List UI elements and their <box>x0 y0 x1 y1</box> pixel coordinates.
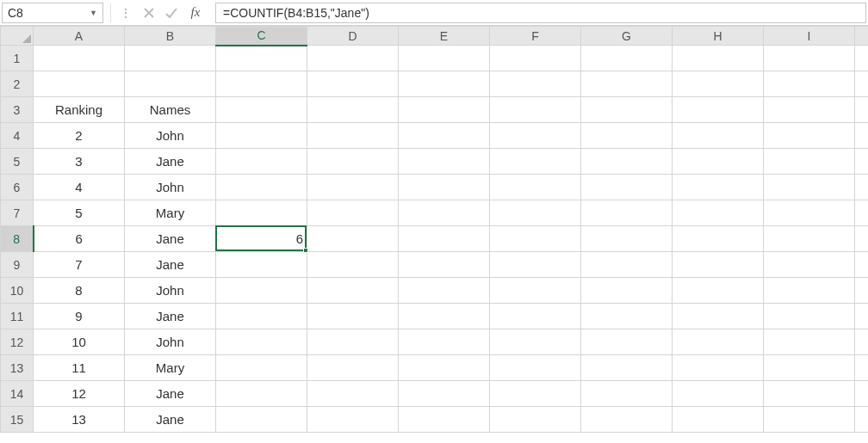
col-header-D[interactable]: D <box>307 27 399 46</box>
row-header[interactable]: 14 <box>1 381 34 407</box>
cell[interactable] <box>581 71 673 97</box>
cell[interactable] <box>855 407 869 433</box>
cell[interactable] <box>307 304 399 329</box>
cell[interactable] <box>764 381 855 407</box>
cell[interactable] <box>307 46 399 71</box>
cell[interactable] <box>307 149 399 175</box>
cell[interactable] <box>399 97 490 123</box>
cell[interactable] <box>764 329 855 355</box>
cell[interactable] <box>764 123 855 149</box>
cell[interactable] <box>855 71 869 97</box>
cell[interactable] <box>581 149 673 175</box>
cell[interactable]: 10 <box>34 329 125 355</box>
name-box[interactable]: C8 ▼ <box>2 3 103 23</box>
cell[interactable] <box>307 97 399 123</box>
col-header-E[interactable]: E <box>399 27 490 46</box>
cell[interactable] <box>216 381 307 407</box>
col-header-B[interactable]: B <box>125 27 216 46</box>
cell[interactable]: 3 <box>34 149 125 175</box>
col-header-A[interactable]: A <box>34 27 125 46</box>
row-header[interactable]: 1 <box>1 46 34 71</box>
cell[interactable] <box>581 329 673 355</box>
cell[interactable] <box>855 355 869 381</box>
cell[interactable] <box>307 200 399 226</box>
cell[interactable] <box>855 149 869 175</box>
cell[interactable] <box>399 175 490 200</box>
cell[interactable] <box>855 226 869 252</box>
cell[interactable] <box>216 175 307 200</box>
cell[interactable]: Ranking <box>34 97 125 123</box>
cell[interactable] <box>673 123 764 149</box>
row-header[interactable]: 15 <box>1 407 34 433</box>
enter-button[interactable] <box>160 3 183 23</box>
cell[interactable] <box>307 175 399 200</box>
cell[interactable] <box>307 123 399 149</box>
cell[interactable]: 6 <box>34 226 125 252</box>
insert-function-button[interactable]: fx <box>183 5 208 20</box>
cell[interactable] <box>581 46 673 71</box>
cell[interactable]: Jane <box>125 381 216 407</box>
cell[interactable] <box>855 304 869 329</box>
row-header[interactable]: 8 <box>1 226 34 252</box>
cell[interactable] <box>764 97 855 123</box>
cell[interactable] <box>399 407 490 433</box>
row-header[interactable]: 5 <box>1 149 34 175</box>
cell[interactable] <box>673 407 764 433</box>
cell[interactable] <box>307 355 399 381</box>
cell[interactable] <box>399 329 490 355</box>
cell[interactable]: 13 <box>34 407 125 433</box>
cell[interactable] <box>581 381 673 407</box>
cell[interactable] <box>490 175 581 200</box>
cell[interactable] <box>581 252 673 278</box>
select-all-corner[interactable] <box>1 27 34 46</box>
cell[interactable] <box>399 200 490 226</box>
formula-input[interactable]: =COUNTIF(B4:B15,"Jane") <box>215 3 866 23</box>
col-header-F[interactable]: F <box>490 27 581 46</box>
cell[interactable] <box>490 200 581 226</box>
cell[interactable] <box>216 123 307 149</box>
cell[interactable] <box>855 123 869 149</box>
cell[interactable] <box>125 46 216 71</box>
cell[interactable] <box>490 46 581 71</box>
cell[interactable] <box>490 123 581 149</box>
cell[interactable] <box>399 46 490 71</box>
cell[interactable]: 7 <box>34 252 125 278</box>
cell[interactable] <box>399 252 490 278</box>
cell[interactable] <box>673 355 764 381</box>
cell[interactable] <box>307 226 399 252</box>
chevron-down-icon[interactable]: ▼ <box>90 9 97 17</box>
cell[interactable] <box>764 175 855 200</box>
cell[interactable] <box>399 149 490 175</box>
cell[interactable]: 8 <box>34 278 125 304</box>
row-header[interactable]: 11 <box>1 304 34 329</box>
cell[interactable]: John <box>125 278 216 304</box>
cell[interactable] <box>399 226 490 252</box>
cell[interactable] <box>216 149 307 175</box>
cell[interactable] <box>490 226 581 252</box>
cell-C8[interactable]: 6 <box>216 226 307 252</box>
cell[interactable] <box>764 226 855 252</box>
cell[interactable] <box>399 381 490 407</box>
cell[interactable] <box>216 329 307 355</box>
cell[interactable] <box>764 355 855 381</box>
row-header[interactable]: 3 <box>1 97 34 123</box>
cell[interactable] <box>307 329 399 355</box>
cell[interactable] <box>581 97 673 123</box>
cell[interactable] <box>673 46 764 71</box>
cell[interactable] <box>855 46 869 71</box>
cell[interactable] <box>764 46 855 71</box>
cell[interactable] <box>216 407 307 433</box>
cell[interactable] <box>307 252 399 278</box>
cell[interactable] <box>764 71 855 97</box>
cell[interactable] <box>581 200 673 226</box>
cell[interactable] <box>673 71 764 97</box>
row-header[interactable]: 12 <box>1 329 34 355</box>
cell[interactable]: 2 <box>34 123 125 149</box>
cell[interactable] <box>673 329 764 355</box>
cell[interactable] <box>216 304 307 329</box>
cell[interactable] <box>855 381 869 407</box>
cell[interactable] <box>673 97 764 123</box>
cell[interactable]: Jane <box>125 149 216 175</box>
cell[interactable]: Jane <box>125 304 216 329</box>
cell[interactable] <box>490 71 581 97</box>
